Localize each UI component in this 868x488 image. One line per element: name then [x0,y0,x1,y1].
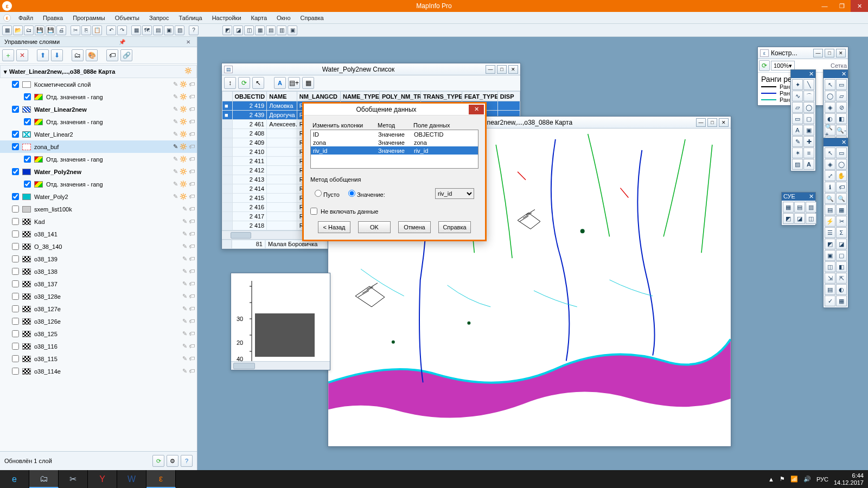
tool-d[interactable]: ▦ [255,25,265,35]
label-icon[interactable]: 🏷 [189,81,195,88]
label-icon[interactable]: 🏷 [189,368,195,375]
browser-maximize[interactable]: □ [497,65,507,74]
table-cell[interactable] [267,166,297,175]
tool-new-browser[interactable]: ▤ [153,25,163,35]
tool-line[interactable]: ╲ [803,79,814,90]
map-group-header[interactable]: ▾ Water_Linear2new,...,о38_088е Карта 🔆 [0,65,197,78]
tray-vol-icon[interactable]: 🔊 [803,476,811,483]
tool-copy[interactable]: ⎘ [81,25,91,35]
tool-s7[interactable]: ℹ [825,182,835,192]
layer-visible-checkbox[interactable] [12,81,19,88]
editable-icon[interactable]: ✎ [173,193,178,200]
tool-reshape[interactable]: ✎ [792,136,803,147]
tool-cut[interactable]: ✂ [71,25,80,35]
layer-visible-checkbox[interactable] [12,131,19,138]
tool-marquee[interactable]: ▭ [836,79,847,90]
layer-row[interactable]: о38_141 ✎ 🏷 [0,228,197,240]
tool-s27[interactable]: ✓ [825,296,835,306]
tray-up-icon[interactable]: ▲ [768,476,774,483]
tool-s3[interactable]: ◈ [825,159,835,170]
table-cell[interactable]: 2 410 [232,147,267,157]
tray-net-icon[interactable]: 📶 [790,476,798,483]
task-explorer[interactable]: 🗂 [29,470,59,488]
app-menu-icon[interactable]: ε [3,14,11,22]
table-cell[interactable]: 2 416 [232,203,267,212]
sue-close[interactable]: ✕ [809,193,814,200]
editable-icon[interactable]: ✎ [182,255,187,262]
task-mapinfo[interactable]: ε [146,470,176,488]
tool-graphsel[interactable]: ◧ [836,113,847,124]
legend-grid[interactable]: Сетка [831,62,847,69]
editable-icon[interactable]: ✎ [173,118,178,125]
tool-linestyle[interactable]: ≡ [803,147,814,158]
layer-visible-checkbox[interactable] [24,93,31,100]
layer-row[interactable]: о38_128е ✎ 🏷 [0,290,197,303]
table-cell[interactable]: 2 409 [232,138,267,147]
tool-symstyle[interactable]: ✶ [792,147,803,158]
table-cell[interactable] [267,147,297,157]
layer-visible-checkbox[interactable] [12,355,19,362]
editable-icon[interactable]: ✎ [182,330,187,337]
legend-title-bar[interactable]: ε Констр... — □ ✕ [758,47,848,59]
tool-s15[interactable]: ☰ [825,227,835,238]
auto-label-icon[interactable]: 🔆 [180,106,187,113]
minimize-button[interactable]: — [816,0,833,12]
menu-table[interactable]: Таблица [174,14,206,22]
layer-style-button[interactable]: 🎨 [86,49,98,61]
label-icon[interactable]: 🏷 [189,343,195,350]
browser-pickcol-button[interactable]: ▦ [302,77,314,89]
column-header[interactable]: NM_LANGCD [297,92,340,101]
editable-icon[interactable]: ✎ [173,93,178,100]
row-header[interactable] [222,120,233,129]
tool-s26[interactable]: ◐ [836,284,847,295]
tool-help[interactable]: ? [189,25,199,35]
layer-visible-checkbox[interactable] [12,330,19,337]
std2-close[interactable]: ✕ [841,139,846,146]
column-header[interactable]: NAME_TYPE [340,92,379,101]
back-button[interactable]: < Назад [318,221,350,233]
layer-visible-checkbox[interactable] [12,168,19,175]
table-cell[interactable]: 2 413 [232,175,267,184]
help-button[interactable]: ? [181,455,193,467]
layer-row[interactable]: о38_115 ✎ 🏷 [0,352,197,365]
tool-s4[interactable]: ◯ [836,159,847,170]
row-header[interactable] [222,212,233,221]
layer-row[interactable]: Отд. значения - rang ✎ 🔆 🏷 [0,91,197,103]
label-icon[interactable]: 🏷 [189,255,195,262]
row-header-corner[interactable] [222,92,233,101]
close-button[interactable]: ✕ [851,0,868,12]
cancel-button[interactable]: Отмена [398,221,431,233]
row-header[interactable] [222,129,233,138]
row-header[interactable] [222,157,233,166]
editable-icon[interactable]: ✎ [182,280,187,287]
auto-label-icon[interactable]: 🔆 [180,193,187,200]
layer-visible-checkbox[interactable] [12,268,19,275]
tool-s25[interactable]: ▤ [825,284,835,295]
layer-tree[interactable]: ▾ Water_Linear2new,...,о38_088е Карта 🔆 … [0,64,197,451]
layer-visible-checkbox[interactable] [24,118,31,125]
move-up-button[interactable]: ⬆ [37,49,49,61]
label-icon[interactable]: 🏷 [189,131,195,138]
tool-zoomout[interactable]: 🔍- [836,125,847,136]
label-icon[interactable]: 🏷 [189,143,195,150]
layer-visible-checkbox[interactable] [12,230,19,237]
tool-s1[interactable]: ↖ [825,147,835,158]
menu-programs[interactable]: Программы [68,14,109,22]
tool-ellipse[interactable]: ◯ [803,102,814,113]
layer-row[interactable]: о38_139 ✎ 🏷 [0,253,197,265]
menu-settings[interactable]: Настройки [208,14,246,22]
editable-icon[interactable]: ✎ [173,81,178,88]
row-header[interactable] [222,175,233,184]
table-cell[interactable]: 2 461 [232,120,267,129]
tool-s10[interactable]: 🔍 [836,193,847,204]
dialog-list-row[interactable]: riv_idЗначениеriv_id [311,146,478,155]
tool-print[interactable]: 🖨 [56,25,66,35]
table-cell[interactable] [267,184,297,194]
auto-label-icon[interactable]: 🔆 [180,143,187,150]
scalebar-window[interactable]: 30 20 40 [231,273,330,370]
standard-toolbox-2[interactable]: ✕ ↖▭ ◈◯ ⤢✋ ℹ🏷 🔍🔍 ▤▦ ⚡✂ ☰Σ ◩◪ ▣▢ ◫◧ ⇲⇱ ▤◐… [823,138,848,308]
table-cell[interactable]: 2 419 [232,101,267,111]
row-header[interactable] [222,147,233,157]
sue-panel[interactable]: СУЕ✕ ▦▤▥ ◩◪◫ [781,192,816,226]
layer-visible-checkbox[interactable] [12,255,19,262]
